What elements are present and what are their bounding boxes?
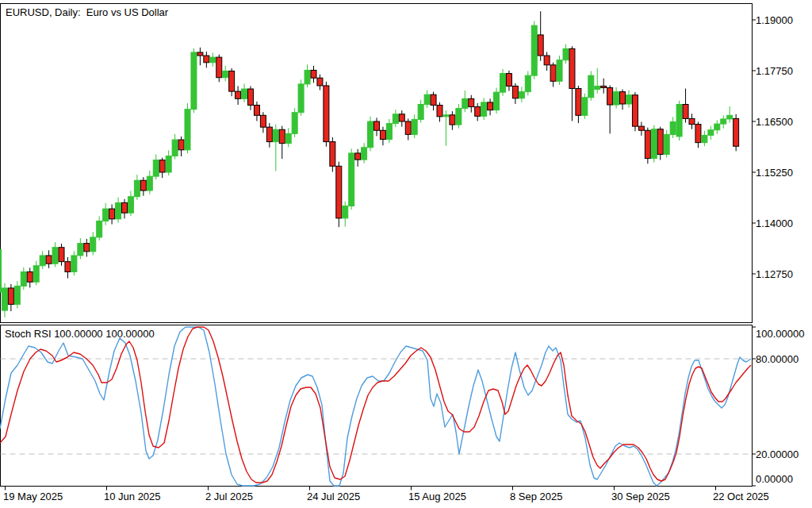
candle-body-bull	[702, 135, 707, 142]
stoch-lines	[0, 327, 751, 486]
candle-body-bull	[595, 86, 600, 89]
candle-body-bull	[14, 286, 20, 304]
candle-body-bear	[607, 88, 613, 106]
candle-body-bull	[362, 148, 367, 160]
candle-body-bear	[84, 244, 90, 252]
candle-body-bear	[229, 71, 235, 92]
candle	[576, 86, 581, 123]
price-axis-label: 1.12750	[756, 268, 793, 280]
candle	[159, 158, 165, 179]
candle	[97, 216, 102, 241]
price-axis-label: 1.17750	[756, 65, 793, 77]
candle	[651, 125, 657, 163]
candle	[172, 134, 178, 160]
candle-body-bear	[374, 121, 380, 130]
candle-body-bear	[469, 98, 474, 106]
candle-body-bull	[670, 122, 676, 135]
candle	[475, 103, 481, 121]
candle	[519, 87, 524, 102]
candle-body-bull	[298, 84, 304, 113]
candle-body-bull	[147, 176, 152, 190]
candle	[702, 131, 707, 146]
indicator-panel-frame	[1, 325, 753, 487]
candle-body-bear	[266, 127, 272, 141]
candle-body-bull	[588, 75, 594, 98]
candle-body-bull	[242, 89, 247, 98]
candle	[368, 117, 373, 152]
candle	[46, 250, 52, 268]
indicator-axis-label: 100.00000	[756, 328, 804, 340]
candle	[236, 86, 241, 105]
candle	[488, 98, 493, 115]
candle-body-bull	[166, 156, 171, 172]
candle-body-bull	[153, 160, 159, 176]
candle-body-bull	[97, 221, 102, 237]
candle	[620, 90, 626, 110]
candle-body-bull	[519, 92, 524, 98]
candle	[538, 11, 543, 60]
candle	[683, 89, 688, 123]
candle-body-bull	[304, 70, 310, 83]
date-axis-label: 2 Jul 2025	[205, 491, 253, 502]
stoch-main-line	[0, 327, 751, 486]
candle-body-bull	[40, 256, 45, 266]
indicator-axis-label: 0.00000	[756, 473, 793, 485]
candle-body-bull	[386, 124, 392, 140]
candle	[103, 203, 109, 225]
price-axis-label: 1.19000	[756, 14, 793, 26]
candle-body-bear	[27, 271, 33, 282]
candle	[14, 281, 20, 308]
candle-body-bear	[260, 115, 266, 127]
candle-body-bull	[714, 124, 720, 130]
candle-body-bull	[2, 288, 7, 310]
candle	[500, 69, 506, 96]
candle-body-bull	[443, 115, 449, 117]
chart-canvas[interactable]	[0, 0, 812, 508]
date-axis-label: 24 Jul 2025	[307, 491, 360, 502]
candle-body-bear	[431, 94, 436, 105]
candle-body-bull	[481, 102, 487, 116]
candle	[266, 123, 272, 148]
candle-body-bull	[418, 104, 423, 119]
candle	[52, 242, 58, 267]
candle	[178, 137, 184, 156]
candle-body-bull	[103, 209, 109, 221]
candle	[525, 71, 530, 96]
candle-body-bull	[368, 121, 373, 148]
candle-body-bull	[128, 197, 133, 213]
candle	[531, 21, 537, 79]
candle	[140, 177, 146, 196]
candle-body-bull	[343, 206, 348, 217]
date-axis-label: 22 Oct 2025	[713, 491, 769, 502]
candle-body-bull	[525, 75, 530, 91]
candle-body-bull	[626, 95, 632, 104]
candle	[393, 110, 398, 127]
candle	[607, 85, 613, 133]
candle-body-bear	[657, 129, 663, 155]
candle	[128, 191, 133, 217]
candle-body-bull	[292, 113, 297, 134]
candle	[727, 106, 733, 122]
candle-body-bull	[424, 94, 430, 104]
candle	[317, 75, 323, 90]
candle-body-bull	[727, 115, 733, 119]
candle-body-bull	[273, 129, 278, 141]
candle	[324, 82, 329, 147]
candle	[147, 171, 152, 194]
candle	[242, 83, 247, 102]
candle-body-bull	[210, 57, 216, 63]
indicator-axis-label: 80.00000	[756, 353, 799, 365]
candle-body-bull	[563, 48, 569, 60]
indicator-grid	[1, 359, 753, 454]
candle-body-bear	[544, 56, 550, 65]
candle-body-bear	[550, 65, 556, 81]
candle-body-bear	[399, 114, 404, 121]
candle	[569, 46, 575, 121]
candle-body-bear	[733, 118, 739, 146]
indicator-axis-label: 20.00000	[756, 448, 799, 460]
candle-body-bull	[557, 60, 562, 82]
candle-body-bull	[172, 140, 178, 156]
candle	[550, 63, 556, 87]
candle	[27, 267, 33, 287]
candle	[626, 90, 632, 108]
